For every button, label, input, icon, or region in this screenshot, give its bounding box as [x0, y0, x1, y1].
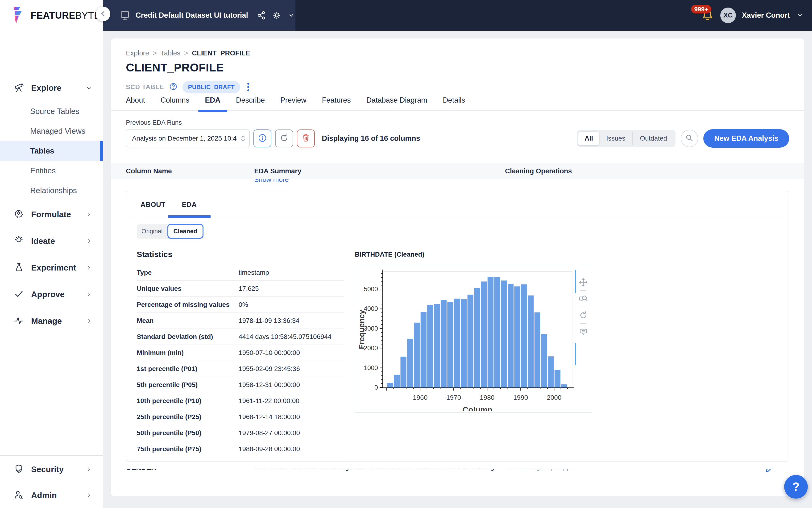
svg-text:1990: 1990 — [513, 394, 528, 401]
statistic-label: 5th percentile (P05) — [137, 381, 239, 389]
cleaning-operations-header: Cleaning Operations — [505, 167, 789, 175]
sidebar-item-approve[interactable]: Approve — [0, 284, 103, 305]
statistic-label: 75th percentile (P75) — [137, 445, 239, 453]
sidebar-item-manage[interactable]: Manage — [0, 310, 103, 332]
page-title: CLIENT_PROFILE — [126, 61, 224, 74]
breadcrumb-item[interactable]: Tables — [161, 49, 180, 57]
breadcrumb-separator: > — [153, 49, 157, 57]
statistic-value: 17,625 — [239, 285, 344, 292]
refresh-icon — [279, 133, 289, 144]
filter-issues[interactable]: Issues — [599, 132, 632, 145]
monitor-icon — [120, 10, 130, 21]
brand-logo[interactable]: FEATUREBYTE — [0, 0, 103, 31]
sidebar-item-explore[interactable]: Explore — [0, 77, 103, 98]
tab-database-diagram[interactable]: Database Diagram — [366, 95, 427, 110]
notifications-button[interactable]: 999+ — [701, 8, 714, 23]
svg-text:5000: 5000 — [364, 286, 378, 293]
filter-outdated[interactable]: Outdated — [632, 132, 674, 145]
statistic-label: 25th percentile (P25) — [137, 413, 239, 421]
sidebar-collapse-button[interactable] — [96, 7, 110, 21]
eda-controls-row: Analysis on December 1, 2025 10:48:22 AM — [126, 129, 789, 148]
sidebar-item-source-tables[interactable]: Source Tables — [0, 101, 103, 121]
chevron-right-icon — [85, 211, 92, 218]
svg-text:1970: 1970 — [446, 394, 461, 401]
histogram-plot[interactable]: 0100020003000400050001960197019801990200… — [355, 265, 575, 412]
tab-features[interactable]: Features — [322, 95, 351, 110]
displaying-count-text: Displaying 16 of 16 columns — [322, 134, 420, 143]
statistic-row: Unique values17,625 — [137, 281, 344, 297]
chevron-left-icon — [98, 9, 107, 19]
avatar[interactable]: XC — [720, 7, 736, 23]
statistic-value: 1950-07-10 00:00:00 — [239, 349, 344, 356]
statistic-row: 1st percentile (P01)1955-02-09 23:45:36 — [137, 361, 344, 377]
chevron-down-icon[interactable] — [287, 11, 295, 19]
sidebar-item-label: Admin — [31, 491, 57, 500]
toolbar-accent-bottom — [575, 343, 576, 365]
share-icon[interactable] — [257, 10, 266, 20]
sidebar-item-managed-views[interactable]: Managed Views — [0, 121, 103, 141]
show-more-link[interactable]: Show more — [254, 179, 289, 183]
user-search-icon — [14, 490, 24, 501]
filter-all[interactable]: All — [578, 132, 599, 145]
search-button[interactable] — [681, 130, 698, 147]
more-actions-icon[interactable] — [245, 82, 252, 92]
detail-tab-about[interactable]: ABOUT — [140, 201, 166, 218]
sidebar-item-formulate[interactable]: Formulate — [0, 204, 103, 225]
notification-badge: 999+ — [691, 5, 712, 13]
pan-tool-icon[interactable] — [579, 278, 588, 287]
eda-run-select[interactable]: Analysis on December 1, 2025 10:48:22 AM — [126, 129, 250, 147]
help-circle-icon[interactable] — [169, 82, 178, 92]
toggle-cleaned[interactable]: Cleaned — [167, 224, 204, 239]
detail-tab-eda[interactable]: EDA — [182, 201, 197, 218]
reset-tool-icon[interactable] — [579, 310, 588, 320]
sidebar-item-tables[interactable]: Tables — [0, 141, 103, 161]
hover-tool-icon[interactable] — [579, 327, 588, 337]
breadcrumb-item: CLIENT_PROFILE — [192, 49, 250, 57]
column-detail-card: ABOUTEDA OriginalCleaned Statistics Type… — [126, 191, 788, 462]
new-eda-analysis-button[interactable]: New EDA Analysis — [703, 129, 789, 147]
sidebar-item-relationships[interactable]: Relationships — [0, 181, 103, 201]
chart-toolbar — [575, 265, 592, 412]
tab-preview[interactable]: Preview — [280, 95, 306, 110]
delete-run-button[interactable] — [297, 129, 315, 147]
svg-text:2000: 2000 — [547, 394, 561, 401]
edit-icon[interactable] — [764, 469, 774, 475]
sidebar-item-experiment[interactable]: Experiment — [0, 257, 103, 278]
refresh-run-button[interactable] — [275, 129, 293, 147]
toolbar-accent-top — [575, 270, 576, 293]
gear-icon[interactable] — [272, 10, 282, 20]
sidebar-item-entities[interactable]: Entities — [0, 161, 103, 181]
tab-describe[interactable]: Describe — [236, 95, 265, 110]
eda-summary-header: EDA Summary — [254, 167, 505, 175]
breadcrumb-item[interactable]: Explore — [126, 49, 149, 57]
sidebar: FEATUREBYTE ExploreSource TablesManaged … — [0, 0, 103, 508]
tab-about[interactable]: About — [126, 95, 145, 110]
statistic-label: 1st percentile (P01) — [137, 365, 239, 373]
statistic-value: 1958-12-31 00:00:00 — [239, 381, 344, 389]
tab-details[interactable]: Details — [443, 95, 465, 110]
sidebar-item-label: Ideate — [31, 236, 55, 246]
project-switcher[interactable]: Credit Default Dataset UI tutorial — [103, 0, 296, 31]
tab-eda[interactable]: EDA — [205, 95, 220, 110]
trash-icon — [301, 133, 311, 143]
featurebyte-logo-icon — [12, 6, 27, 24]
statistic-row: 25th percentile (P25)1968-12-14 18:00:00 — [137, 409, 344, 425]
toggle-original[interactable]: Original — [137, 224, 167, 238]
run-info-button[interactable] — [254, 129, 271, 147]
help-button[interactable]: ? — [784, 475, 808, 499]
statistic-row-clipped — [137, 457, 344, 462]
table-row[interactable]: GENDER The GENDER column is a categorica… — [126, 469, 795, 482]
user-menu-chevron-icon[interactable] — [796, 11, 804, 20]
statistic-value: 4414 days 10:58:45.075106944 — [239, 333, 344, 341]
statistic-label: 50th percentile (P50) — [137, 429, 239, 437]
svg-text:Frequency: Frequency — [357, 310, 366, 349]
table-detail-card: Explore>Tables>CLIENT_PROFILE CLIENT_PRO… — [111, 38, 804, 496]
sidebar-item-ideate[interactable]: Ideate — [0, 230, 103, 252]
sidebar-item-admin[interactable]: Admin — [0, 485, 103, 506]
statistic-label: Standard Deviation (std) — [137, 333, 239, 341]
chevron-right-icon — [85, 264, 92, 271]
tab-columns[interactable]: Columns — [161, 95, 189, 110]
head-gear-icon — [14, 209, 24, 220]
box-zoom-tool-icon[interactable] — [579, 294, 588, 303]
sidebar-item-security[interactable]: Security — [0, 459, 103, 480]
